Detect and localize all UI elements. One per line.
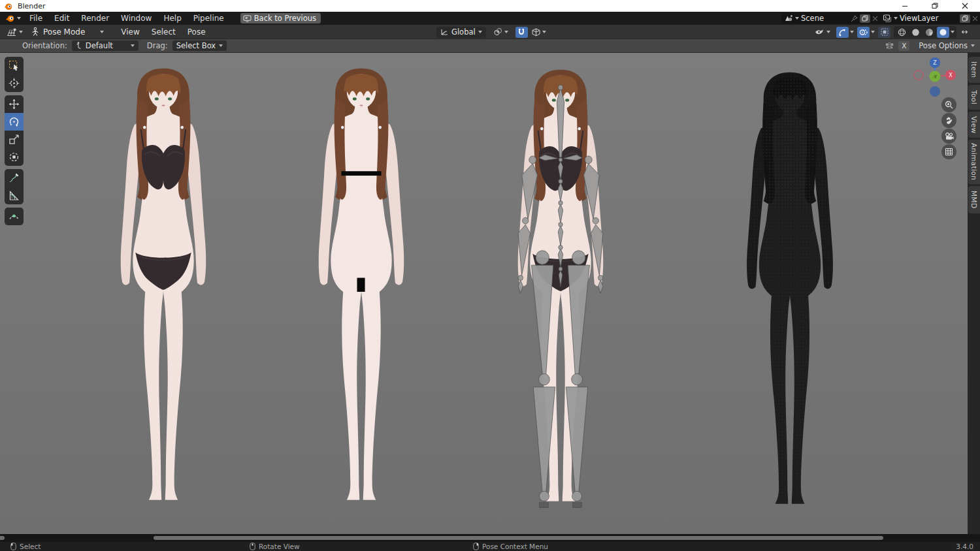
horizontal-scrollbar[interactable] [154, 536, 883, 540]
new-viewlayer-button[interactable] [960, 14, 970, 23]
mirror-x-toggle[interactable]: X [898, 41, 909, 51]
move-icon [8, 99, 20, 110]
chevron-down-icon [894, 17, 898, 20]
new-scene-button[interactable] [860, 14, 870, 23]
mode-dropdown[interactable]: Pose Mode [27, 26, 108, 38]
menu-render[interactable]: Render [75, 12, 115, 25]
solid-sphere-icon [911, 28, 920, 37]
viewlayer-selector[interactable]: ViewLayer [880, 13, 980, 24]
snap-toggle[interactable] [515, 27, 528, 38]
chevron-down-icon [871, 31, 875, 33]
figure-model-wireframe[interactable] [723, 66, 857, 523]
orientation-label: Orientation: [22, 41, 67, 50]
tool-move[interactable] [5, 95, 24, 113]
orientation-default-dropdown[interactable]: Default [72, 40, 139, 51]
close-button[interactable] [950, 0, 980, 12]
pivot-point-dropdown[interactable] [491, 26, 511, 38]
figure-model-armature[interactable] [494, 63, 627, 520]
os-titlebar: Blender [0, 0, 980, 12]
mouse-middle-icon [250, 543, 255, 550]
viewport-header: Pose Mode View Select Pose Global [0, 25, 980, 39]
orthographic-toggle-button[interactable] [941, 144, 956, 159]
remove-x-icon[interactable] [972, 16, 978, 22]
snap-target-cube-icon [532, 28, 540, 37]
gizmo-negx-ball[interactable] [914, 71, 923, 80]
tool-pose-breakdowner[interactable] [5, 208, 24, 225]
unlink-x-icon[interactable] [872, 16, 878, 22]
figure-model-censored[interactable] [295, 62, 428, 519]
navigation-gizmo[interactable]: Z X -Y [912, 55, 960, 98]
menu-pose[interactable]: Pose [182, 27, 211, 37]
blender-logo-icon [4, 2, 12, 10]
shading-material-button[interactable] [923, 27, 936, 38]
pin-icon[interactable] [851, 15, 858, 22]
gizmo-negz-ball[interactable] [930, 86, 940, 97]
menu-edit[interactable]: Edit [48, 12, 75, 25]
back-to-previous-button[interactable]: Back to Previous [240, 13, 321, 24]
menu-view[interactable]: View [116, 27, 144, 37]
tool-scale[interactable] [5, 131, 24, 148]
tab-view[interactable]: View [968, 112, 980, 138]
menu-select[interactable]: Select [146, 27, 181, 37]
tool-measure[interactable] [5, 187, 24, 204]
tool-settings-bar: Orientation: Default Drag: Select Box [0, 39, 980, 53]
toolbar [5, 57, 24, 225]
blender-version: 3.4.0 [956, 542, 973, 551]
chevron-down-icon [19, 31, 23, 33]
chevron-down-icon [219, 44, 223, 47]
menu-pipeline[interactable]: Pipeline [188, 12, 230, 25]
transform-orientation-dropdown[interactable]: Global [436, 27, 486, 38]
chevron-down-icon [478, 31, 482, 33]
camera-view-button[interactable] [941, 129, 956, 144]
copy-pages-icon [962, 15, 968, 22]
pan-hand-button[interactable] [941, 113, 956, 128]
minimize-button[interactable] [890, 0, 920, 12]
tool-rotate[interactable] [5, 113, 24, 131]
svg-text:-Y: -Y [933, 74, 938, 80]
copy-pages-icon [862, 15, 868, 22]
orientation-value: Global [451, 27, 476, 37]
drag-value: Select Box [176, 41, 216, 50]
wireframe-dots [747, 72, 833, 504]
mode-label: Pose Mode [43, 27, 85, 37]
blender-menu-button[interactable] [3, 12, 24, 24]
xray-toggle[interactable] [878, 27, 890, 38]
tool-annotate[interactable] [5, 169, 24, 187]
tab-tool[interactable]: Tool [968, 85, 980, 110]
zoom-button[interactable] [941, 97, 956, 112]
drag-dropdown[interactable]: Select Box [172, 40, 227, 51]
shading-solid-button[interactable] [909, 27, 922, 38]
show-gizmo-toggle[interactable] [836, 27, 849, 38]
menubar: File Edit Render Window Help Pipeline Ba… [0, 12, 980, 25]
editor-type-button[interactable] [4, 26, 25, 38]
tool-select-box[interactable] [5, 57, 24, 74]
scene-selector[interactable]: Scene [781, 13, 881, 24]
tab-item[interactable]: Item [968, 57, 980, 83]
shading-rendered-button[interactable] [937, 27, 949, 38]
menu-window[interactable]: Window [115, 12, 157, 25]
tab-animation[interactable]: Animation [968, 140, 980, 184]
tool-cursor[interactable] [5, 74, 24, 92]
maximize-button[interactable] [920, 0, 950, 12]
pose-options-dropdown[interactable]: Pose Options [919, 41, 975, 50]
object-visibility-dropdown[interactable] [812, 26, 833, 38]
menu-help[interactable]: Help [157, 12, 187, 25]
chevron-down-icon [971, 44, 975, 47]
pose-options-label: Pose Options [919, 41, 968, 50]
menu-file[interactable]: File [24, 12, 48, 25]
scene-icon [784, 14, 793, 22]
annotate-pen-icon [8, 172, 20, 183]
hint-context-menu: Pose Context Menu [473, 542, 548, 551]
show-overlays-toggle[interactable] [857, 27, 870, 38]
tool-transform[interactable] [5, 148, 24, 166]
3d-viewport[interactable]: Z X -Y Item Tool View Animation MMD [0, 53, 980, 534]
chevron-down-icon [504, 31, 508, 33]
snap-settings-dropdown[interactable] [529, 26, 549, 38]
pivot-icon [493, 27, 502, 37]
shading-wireframe-button[interactable] [896, 27, 908, 38]
mouse-left-icon [10, 543, 16, 550]
figure-model-lingerie[interactable] [97, 62, 230, 519]
tab-mmd[interactable]: MMD [968, 186, 980, 213]
expand-horizontal-icon[interactable] [960, 29, 970, 35]
scrollbar-left-stub[interactable] [0, 536, 5, 540]
